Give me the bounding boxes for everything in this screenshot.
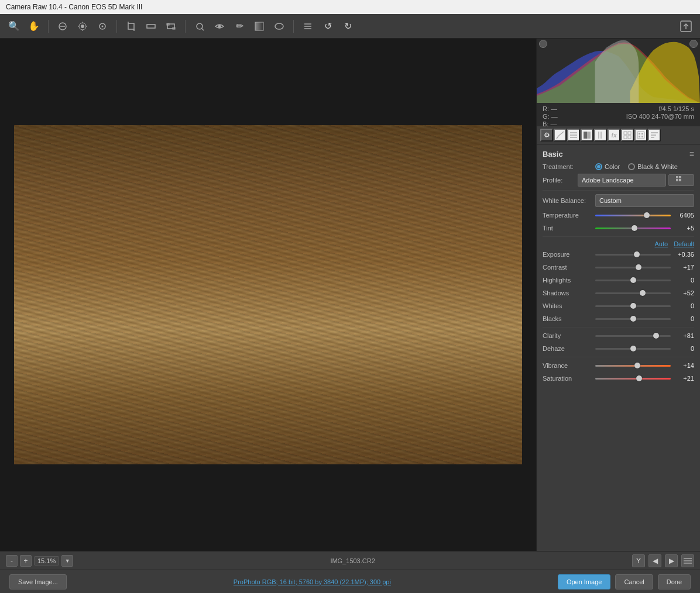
section-menu-button[interactable]: ≡ bbox=[689, 149, 694, 158]
section-title: Basic bbox=[543, 150, 563, 158]
contrast-thumb[interactable] bbox=[636, 264, 641, 270]
camera-info: R: — G: — B: — f/4.5 1/125 s ISO 400 24-… bbox=[537, 103, 700, 126]
shadows-thumb[interactable] bbox=[640, 290, 646, 296]
targeted-adjustment-tool[interactable] bbox=[94, 18, 111, 35]
auto-button[interactable]: Auto bbox=[655, 240, 668, 247]
vibrance-track bbox=[595, 365, 671, 367]
filmstrip-settings-button[interactable] bbox=[681, 554, 694, 567]
basic-settings-tab[interactable]: ⚙ bbox=[540, 129, 553, 142]
svg-rect-47 bbox=[679, 176, 681, 178]
adjustment-brush[interactable]: ✏ bbox=[231, 18, 248, 35]
tool-separator-1 bbox=[48, 20, 49, 33]
bw-option[interactable]: Black & White bbox=[628, 163, 677, 170]
presets-panel-tab[interactable] bbox=[648, 129, 661, 142]
effects-tab[interactable] bbox=[621, 129, 634, 142]
highlights-thumb[interactable] bbox=[630, 277, 636, 283]
tint-label: Tint bbox=[543, 225, 595, 232]
zoom-controls: - + 15.1% ▼ bbox=[6, 555, 73, 567]
radial-filter[interactable] bbox=[271, 18, 287, 35]
profile-select-container: Adobe Landscape bbox=[578, 174, 694, 187]
profile-select[interactable]: Adobe Landscape bbox=[578, 174, 666, 187]
undo-tool[interactable]: ↺ bbox=[320, 18, 336, 35]
lens-corrections-tab[interactable]: fx bbox=[608, 129, 620, 142]
default-button[interactable]: Default bbox=[674, 240, 694, 247]
hsl-tab[interactable] bbox=[567, 129, 580, 142]
zoom-dropdown-button[interactable]: ▼ bbox=[61, 555, 73, 567]
y-channel-button[interactable]: Y bbox=[632, 554, 645, 567]
white-balance-tool[interactable] bbox=[54, 18, 71, 35]
white-balance-select[interactable]: Custom bbox=[595, 194, 694, 207]
shadows-label: Shadows bbox=[543, 289, 595, 296]
blacks-thumb[interactable] bbox=[630, 316, 636, 322]
crop-tool[interactable] bbox=[123, 18, 139, 35]
split-tone-tab[interactable] bbox=[581, 129, 593, 142]
prev-image-button[interactable]: ◀ bbox=[648, 554, 661, 567]
vibrance-value: +14 bbox=[671, 362, 694, 369]
open-image-button[interactable]: Open Image bbox=[558, 574, 611, 589]
toolbar: 🔍 ✋ ✏ ↺ ↻ bbox=[0, 14, 700, 39]
next-image-button[interactable]: ▶ bbox=[665, 554, 678, 567]
panel-icons-group: ⚙ fx bbox=[540, 129, 661, 142]
straighten-tool[interactable] bbox=[143, 18, 159, 35]
svg-rect-42 bbox=[641, 136, 643, 137]
clarity-thumb[interactable] bbox=[653, 333, 659, 339]
profile-grid-icon[interactable] bbox=[668, 174, 694, 186]
filename-display: IMG_1503.CR2 bbox=[78, 557, 627, 564]
saturation-label: Saturation bbox=[543, 375, 595, 382]
svg-rect-30 bbox=[584, 132, 587, 139]
camera-settings: f/4.5 1/125 s ISO 400 24-70@70 mm bbox=[626, 105, 694, 126]
save-image-button[interactable]: Save Image... bbox=[9, 574, 67, 589]
svg-rect-14 bbox=[167, 24, 174, 29]
status-right-controls: Y ◀ ▶ bbox=[632, 554, 694, 567]
exposure-thumb[interactable] bbox=[634, 251, 640, 257]
highlights-row: Highlights 0 bbox=[543, 275, 694, 285]
clarity-slider-container bbox=[595, 331, 671, 340]
whites-value: 0 bbox=[671, 302, 694, 309]
calibration-tab[interactable] bbox=[634, 129, 647, 142]
file-info[interactable]: ProPhoto RGB; 16 bit; 5760 by 3840 (22.1… bbox=[67, 578, 558, 585]
whites-thumb[interactable] bbox=[630, 303, 636, 309]
divider-1 bbox=[543, 190, 694, 191]
color-sampler-tool[interactable] bbox=[74, 18, 91, 35]
tint-thumb[interactable] bbox=[632, 225, 637, 231]
svg-point-21 bbox=[275, 23, 283, 29]
red-eye-tool[interactable] bbox=[211, 18, 228, 35]
temperature-thumb[interactable] bbox=[644, 212, 650, 218]
presets-tool[interactable] bbox=[300, 18, 316, 35]
hand-tool[interactable]: ✋ bbox=[26, 18, 42, 35]
dehaze-track bbox=[595, 348, 671, 350]
svg-rect-13 bbox=[147, 25, 155, 28]
saturation-row: Saturation +21 bbox=[543, 374, 694, 383]
blacks-track bbox=[595, 318, 671, 320]
vibrance-thumb[interactable] bbox=[634, 363, 640, 368]
tool-separator-2 bbox=[116, 20, 117, 33]
highlights-label: Highlights bbox=[543, 277, 595, 284]
dehaze-row: Dehaze 0 bbox=[543, 344, 694, 353]
color-option[interactable]: Color bbox=[595, 163, 620, 170]
g-label: G: — bbox=[543, 113, 558, 120]
svg-point-19 bbox=[218, 25, 221, 27]
zoom-out-button[interactable]: - bbox=[6, 555, 18, 567]
open-in-photoshop-icon[interactable] bbox=[678, 18, 694, 35]
gradient-filter[interactable] bbox=[251, 18, 267, 35]
zoom-in-button[interactable]: + bbox=[20, 555, 32, 567]
done-button[interactable]: Done bbox=[658, 574, 691, 589]
tint-track bbox=[595, 227, 671, 229]
clarity-track bbox=[595, 335, 671, 337]
dehaze-thumb[interactable] bbox=[630, 346, 636, 351]
transform-tool[interactable] bbox=[163, 18, 179, 35]
bw-radio bbox=[628, 163, 635, 170]
action-bar: Save Image... ProPhoto RGB; 16 bit; 5760… bbox=[0, 570, 700, 593]
cancel-button[interactable]: Cancel bbox=[615, 574, 653, 589]
spot-removal-tool[interactable] bbox=[191, 18, 208, 35]
tint-value: +5 bbox=[671, 225, 694, 232]
redo-tool[interactable]: ↻ bbox=[339, 18, 356, 35]
saturation-slider-container bbox=[595, 374, 671, 383]
svg-point-9 bbox=[102, 25, 104, 27]
tone-curve-tab[interactable] bbox=[554, 129, 567, 142]
vibrance-label: Vibrance bbox=[543, 362, 595, 369]
section-header: Basic ≡ bbox=[543, 149, 694, 158]
detail-tab[interactable] bbox=[594, 129, 607, 142]
saturation-thumb[interactable] bbox=[636, 375, 642, 381]
zoom-tool[interactable]: 🔍 bbox=[6, 18, 22, 35]
